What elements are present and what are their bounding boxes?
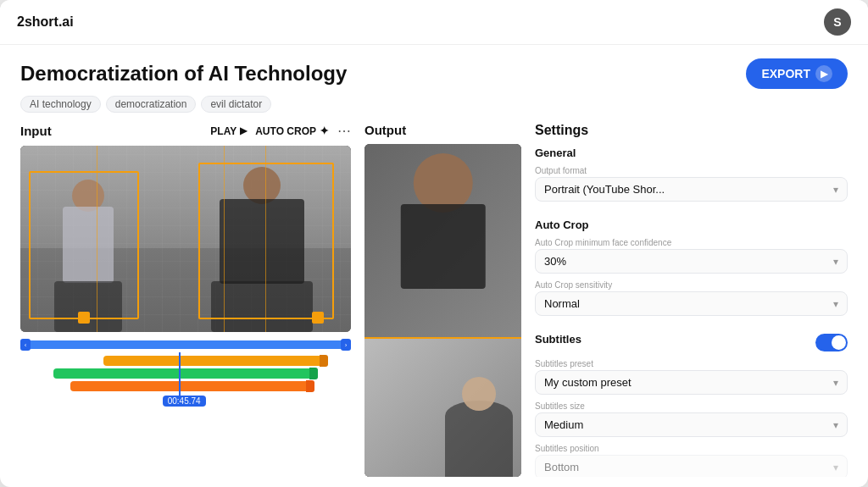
tag-democratization[interactable]: democratization	[106, 96, 197, 113]
subtitles-size-field: Subtitles size Medium ▾	[535, 401, 848, 437]
crop-line-2	[224, 146, 225, 332]
track-handle-left[interactable]: ‹	[20, 339, 31, 351]
chevron-down-icon-4: ▾	[833, 377, 838, 389]
workspace: Input PLAY ▶ AUTO CROP ✦ ⋯	[20, 123, 848, 477]
sensitivity-label: Auto Crop sensitivity	[535, 280, 848, 290]
more-options-button[interactable]: ⋯	[337, 123, 351, 139]
crop-line-3	[265, 146, 266, 332]
tags-row: AI technology democratization evil dicta…	[20, 96, 848, 113]
output-panel-header: Output	[364, 123, 521, 137]
subtitles-section-title: Subtitles	[535, 333, 581, 346]
chevron-down-icon-5: ▾	[833, 419, 838, 431]
sparkle-icon: ✦	[320, 125, 329, 137]
general-section-title: General	[535, 147, 848, 159]
legs-right	[211, 281, 313, 332]
subtitles-preset-select[interactable]: My custom preset ▾	[535, 370, 848, 395]
person-left	[46, 180, 131, 332]
toggle-knob	[832, 335, 846, 350]
settings-general-section: General Output format Portrait (YouTube …	[535, 147, 848, 208]
settings-subtitles-section: Subtitles Subtitles preset My custom pre…	[535, 333, 848, 477]
settings-autocrop-section: Auto Crop Auto Crop minimum face confide…	[535, 219, 848, 323]
track-handle-right[interactable]: ›	[341, 339, 351, 351]
clip-track-orange[interactable]	[103, 356, 328, 366]
chevron-down-icon: ▾	[833, 184, 838, 196]
chevron-down-icon-3: ▾	[833, 298, 838, 310]
output-format-select[interactable]: Portrait (YouTube Shor... ▾	[535, 177, 848, 202]
subtitles-preset-field: Subtitles preset My custom preset ▾	[535, 359, 848, 395]
settings-panel: Settings General Output format Portrait …	[535, 123, 848, 477]
sensitivity-select[interactable]: Normal ▾	[535, 291, 848, 316]
output-format-label: Output format	[535, 166, 848, 175]
export-button[interactable]: EXPORT ▶	[746, 58, 848, 89]
subtitles-position-field: Subtitles position Bottom ▾	[535, 444, 848, 477]
avatar[interactable]: S	[824, 8, 851, 36]
min-face-confidence-label: Auto Crop minimum face confidence	[535, 238, 848, 247]
app-window: 2short.ai S Democratization of AI Techno…	[0, 0, 868, 487]
input-controls: PLAY ▶ AUTO CROP ✦ ⋯	[210, 123, 351, 139]
torso-right	[220, 199, 304, 284]
subtitles-position-select[interactable]: Bottom ▾	[535, 455, 848, 477]
input-panel: Input PLAY ▶ AUTO CROP ✦ ⋯	[20, 123, 351, 477]
page-title: Democratization of AI Technology	[20, 62, 347, 86]
autocrop-button[interactable]: AUTO CROP ✦	[255, 125, 329, 137]
main-track[interactable]: ‹ ›	[20, 340, 351, 349]
legs-left	[54, 281, 122, 332]
torso-left	[63, 207, 114, 283]
input-panel-header: Input PLAY ▶ AUTO CROP ✦ ⋯	[20, 123, 351, 139]
output-person-elon	[372, 153, 514, 337]
header-row: Democratization of AI Technology EXPORT …	[20, 58, 848, 89]
tag-ai-technology[interactable]: AI technology	[20, 96, 101, 113]
crop-line-1	[97, 146, 97, 332]
autocrop-section-title: Auto Crop	[535, 219, 848, 231]
clip-track-green[interactable]	[53, 368, 318, 379]
min-face-confidence-select[interactable]: 30% ▾	[535, 249, 848, 274]
output-clip-top	[364, 144, 521, 337]
main-content: Democratization of AI Technology EXPORT …	[0, 45, 868, 487]
input-video-preview[interactable]	[20, 146, 351, 332]
subtitles-preset-label: Subtitles preset	[535, 359, 848, 368]
output-bottom-bg	[364, 339, 521, 477]
subtitles-header-row: Subtitles	[535, 333, 848, 352]
output-clip-bottom	[364, 337, 521, 477]
output-panel: Output	[364, 123, 521, 477]
clip-track-orange2[interactable]	[70, 381, 315, 391]
export-arrow-icon: ▶	[815, 65, 832, 82]
timestamp-label: 00:45.74	[163, 396, 206, 407]
min-face-confidence-field: Auto Crop minimum face confidence 30% ▾	[535, 238, 848, 274]
top-bar: 2short.ai S	[0, 0, 868, 45]
output-torso-elon	[401, 204, 486, 289]
subtitles-size-select[interactable]: Medium ▾	[535, 412, 848, 437]
logo: 2short.ai	[17, 14, 74, 30]
output-head-sam	[462, 377, 496, 411]
secondary-tracks: 00:45.74	[20, 354, 351, 393]
subtitles-position-label: Subtitles position	[535, 444, 848, 453]
play-icon: ▶	[240, 125, 247, 136]
input-label: Input	[20, 124, 52, 138]
subtitles-toggle[interactable]	[815, 334, 848, 351]
chevron-down-icon-6: ▾	[833, 462, 838, 473]
output-label: Output	[364, 123, 406, 137]
tag-evil-dictator[interactable]: evil dictator	[201, 96, 271, 113]
video-scene	[20, 146, 351, 332]
clip-handle-green-right[interactable]	[309, 368, 318, 379]
main-track-row: ‹ ›	[20, 339, 351, 351]
clip-handle-orange-right[interactable]	[320, 355, 328, 367]
output-body-sam	[445, 401, 513, 477]
chevron-down-icon-2: ▾	[833, 256, 838, 268]
timeline-area: ‹ ›	[20, 339, 351, 393]
output-format-field: Output format Portrait (YouTube Shor... …	[535, 166, 848, 202]
output-video-container[interactable]	[364, 144, 521, 477]
clip-handle-orange2-right[interactable]	[306, 380, 314, 392]
settings-title: Settings	[535, 123, 848, 138]
sensitivity-field: Auto Crop sensitivity Normal ▾	[535, 280, 848, 316]
subtitles-size-label: Subtitles size	[535, 401, 848, 411]
play-button[interactable]: PLAY ▶	[210, 125, 247, 137]
